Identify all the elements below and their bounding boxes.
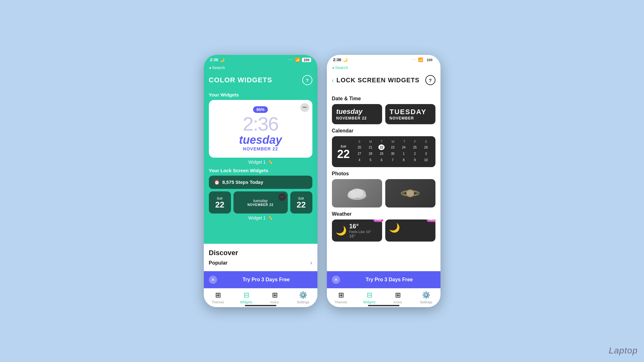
cal-left-panel: tue 22 [336,140,352,163]
cal-header-row: SMTWTFS [354,140,432,143]
weather-moon-icon: 🌙 [336,225,347,236]
settings-icon-right: ⚙️ [422,291,430,299]
cal-day-num: 22 [337,149,350,160]
dt-bold-date: NOVEMBER [390,116,431,120]
nav-icons-left[interactable]: ⊞ Icons [261,291,289,304]
nav-themes-left[interactable]: ⊞ Themes [204,291,232,304]
more-button-mini[interactable]: ••• [278,193,286,201]
widgets-label-right: Widgets [363,300,376,304]
try-pro-text-left[interactable]: Try Pro 3 Days Free [220,277,312,283]
back-nav-right: ◂ Search [327,65,440,73]
nav-widgets-left[interactable]: ⊟ Widgets [232,291,261,304]
time-right: 2:36 [333,57,341,62]
weather-icon-2: 🌙 [389,223,400,233]
dt-bold-day: TUESDAY [390,108,431,116]
discover-title: Discover [209,249,312,257]
left-scroll-area: Your Widgets ••• 95% 2:36 tuesday NOVEMB… [204,89,317,244]
edit-icon-1[interactable]: ✏️ [268,160,273,164]
widgets-icon-right: ⊟ [367,291,372,299]
cal-row-3: 4 5 6 7 8 9 10 [354,157,432,163]
right-app-title: LOCK SCREEN WIDGETS [336,77,422,84]
popular-label: Popular [209,260,228,266]
bottom-nav-right: ⊞ Themes ⊟ Widgets ⊞ Icons ⚙️ Settings [327,288,440,305]
more-button-widget[interactable]: ••• [300,103,309,112]
big-time-display: 2:36 [213,114,309,134]
right-scroll-content: Date & Time tuesday NOVEMBER 22 TUESDAY … [327,89,440,271]
mini-widget-3: tue 22 [290,191,312,213]
calendar-section-header: Calendar [332,128,435,134]
close-banner-left[interactable]: ✕ [209,276,217,284]
nav-settings-right[interactable]: ⚙️ Settings [412,291,440,304]
app-header-left: COLOR WIDGETS ? [204,73,317,89]
icons-icon-left: ⊞ [272,291,278,299]
nav-settings-left[interactable]: ⚙️ Settings [289,291,317,304]
tuesday-cursive: tuesday [213,134,309,146]
home-indicator-left [204,305,317,307]
widgets-label-left: Widgets [240,300,253,304]
close-banner-right[interactable]: ✕ [332,276,340,284]
try-pro-banner-left: ✕ Try Pro 3 Days Free [204,271,317,288]
dt-widget-grid: tuesday NOVEMBER 22 TUESDAY NOVEMBER [332,104,435,124]
icons-label-right: Icons [393,300,402,304]
mini-widgets-row: tue 22 ••• tuesday NOVEMBER 22 tue 22 [209,191,312,213]
discover-section: Discover Popular › [204,244,317,271]
pro-badge-2: PRO [427,219,435,222]
mini-widget-1: tue 22 [209,191,231,213]
themes-label-left: Themes [212,300,224,304]
themes-label-right: Themes [335,300,347,304]
status-bar-right: 2:36 🌙 ··· 📶 100 [327,55,440,65]
weather-widget-2[interactable]: PRO 🌙 [385,219,435,242]
weather-widget-1[interactable]: PRO 🌙 16° Feels Like 10° 16° [332,219,382,242]
nav-icons-right[interactable]: ⊞ Icons [384,291,412,304]
icons-label-left: Icons [270,300,279,304]
widgets-icon-left: ⊟ [244,291,249,299]
settings-label-left: Settings [297,300,310,304]
wifi-icon: 📶 [295,57,300,62]
weather-info: 16° Feels Like 10° 16° [349,223,371,238]
dt-widget-1[interactable]: tuesday NOVEMBER 22 [332,104,382,124]
main-widget-card: ••• 95% 2:36 tuesday NOVEMBER 22 [209,100,312,158]
calendar-widget[interactable]: tue 22 SMTWTFS 20 21 22 23 24 25 26 [332,136,435,167]
themes-icon-left: ⊞ [215,291,221,299]
svg-point-3 [351,189,363,197]
battery-pill: 95% [253,106,268,113]
moon-icon: 🌙 [220,57,225,62]
help-button-left[interactable]: ? [302,75,312,85]
back-nav-right-text[interactable]: ◂ Search [332,65,348,70]
chevron-right-icon: › [310,260,312,266]
edit-icon-2[interactable]: ✏️ [268,215,273,220]
steps-widget: ⏰ 8,575 Steps Today [209,176,312,189]
photos-section-header: Photos [332,171,435,177]
status-bar-left: 2:36 🌙 ··· 📶 100 [204,55,317,65]
date-display: NOVEMBER 22 [213,146,309,151]
try-pro-banner-right: ✕ Try Pro 3 Days Free [327,271,440,288]
dt-widget-2[interactable]: TUESDAY NOVEMBER [385,104,435,124]
popular-row[interactable]: Popular › [209,260,312,266]
app-title-left: COLOR WIDGETS [209,76,272,84]
dt-date-1: NOVEMBER 22 [336,116,378,120]
icons-icon-right: ⊞ [395,291,401,299]
battery-left: 100 [302,58,311,62]
nav-widgets-right[interactable]: ⊟ Widgets [355,291,384,304]
dt-section-header: Date & Time [332,96,435,102]
cloud-photo-widget[interactable] [332,179,382,207]
try-pro-text-right[interactable]: Try Pro 3 Days Free [343,277,435,283]
cal-row-2: 27 28 29 30 1 2 3 [354,151,432,156]
laptop-watermark: Laptop [609,346,638,356]
saturn-photo-widget[interactable] [385,179,435,207]
back-nav-left[interactable]: ◂ Search [204,65,317,73]
widget-label-2: Widget 1 ✏️ [209,215,312,220]
battery-right: 100 [425,58,434,62]
nav-themes-right[interactable]: ⊞ Themes [327,291,355,304]
help-button-right[interactable]: ? [425,75,435,85]
dots-icon: ··· [289,58,293,61]
cal-row-1: 20 21 22 23 24 25 26 [354,144,432,150]
alarm-icon: ⏰ [214,179,220,185]
back-arrow-right[interactable]: ‹ [332,77,334,84]
settings-label-right: Settings [420,300,433,304]
weather-widget-grid: PRO 🌙 16° Feels Like 10° 16° PRO 🌙 [332,219,435,242]
dt-day-cursive: tuesday [336,108,378,115]
home-indicator-right [327,305,440,307]
right-phone: 2:36 🌙 ··· 📶 100 ◂ Search ‹ LOCK SCREEN … [327,55,440,307]
cal-right-panel: SMTWTFS 20 21 22 23 24 25 26 27 28 2 [354,140,432,163]
